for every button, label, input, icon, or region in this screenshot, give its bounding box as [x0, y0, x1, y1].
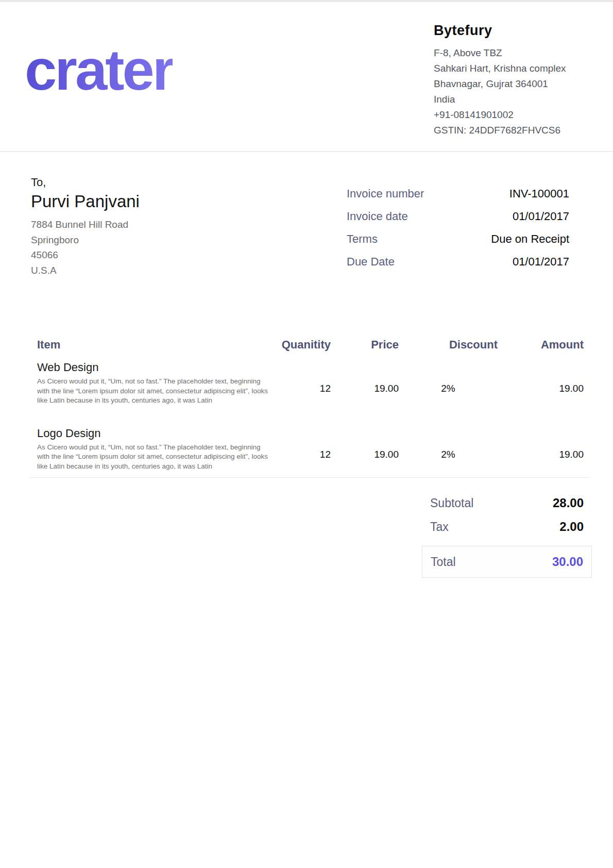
item-amount: 19.00: [498, 427, 584, 472]
tax-label: Tax: [430, 520, 449, 534]
company-address-line: India: [434, 92, 568, 107]
invoice-meta-block: Invoice number INV-100001 Invoice date 0…: [347, 182, 584, 278]
table-row: Web Design As Cicero would put it, “Um, …: [37, 361, 584, 406]
item-name: Web Design: [37, 361, 274, 374]
client-address-line: 7884 Bunnel Hill Road: [31, 217, 140, 232]
item-description: As Cicero would put it, “Um, not so fast…: [37, 377, 269, 406]
total-label: Total: [431, 555, 456, 569]
subtotal-label: Subtotal: [430, 496, 473, 510]
subtotal-value: 28.00: [553, 496, 584, 510]
company-phone: +91-08141901002: [434, 107, 568, 123]
items-table-header: Item Quanitity Price Discount Amount: [37, 337, 584, 353]
item-discount: 2%: [399, 361, 498, 406]
terms-value: Due on Receipt: [491, 232, 584, 246]
invoice-page: crater Bytefury F-8, Above TBZ Sahkari H…: [0, 0, 613, 868]
item-price: 19.00: [331, 361, 399, 406]
invoice-date-label: Invoice date: [347, 210, 408, 223]
total-box: Total 30.00: [422, 546, 592, 578]
item-cell: Logo Design As Cicero would put it, “Um,…: [37, 427, 274, 472]
item-quantity: 12: [274, 361, 331, 406]
company-address-line: Bhavnagar, Gujrat 364001: [434, 76, 568, 92]
due-date-row: Due Date 01/01/2017: [347, 251, 584, 273]
item-amount: 19.00: [498, 361, 584, 406]
column-header-item: Item: [37, 337, 274, 353]
table-row: Logo Design As Cicero would put it, “Um,…: [37, 427, 584, 472]
subtotal-row: Subtotal 28.00: [422, 491, 592, 515]
invoice-date-value: 01/01/2017: [513, 210, 584, 223]
tax-row: Tax 2.00: [422, 515, 592, 539]
tax-value: 2.00: [559, 520, 584, 534]
company-address-line: F-8, Above TBZ: [434, 45, 568, 61]
due-date-label: Due Date: [347, 255, 395, 269]
client-address-line: 45066: [31, 247, 140, 263]
item-price: 19.00: [331, 427, 399, 472]
due-date-value: 01/01/2017: [513, 255, 584, 269]
company-address-line: Sahkari Hart, Krishna complex: [434, 61, 568, 76]
invoice-number-value: INV-100001: [509, 187, 584, 201]
bill-to-label: To,: [31, 176, 140, 189]
total-value: 30.00: [552, 555, 583, 569]
item-quantity: 12: [274, 427, 331, 472]
terms-label: Terms: [347, 232, 378, 246]
invoice-number-row: Invoice number INV-100001: [347, 182, 584, 205]
company-block: Bytefury F-8, Above TBZ Sahkari Hart, Kr…: [434, 16, 568, 138]
column-header-price: Price: [331, 337, 399, 353]
invoice-date-row: Invoice date 01/01/2017: [347, 205, 584, 228]
column-header-quantity: Quanitity: [274, 337, 331, 353]
company-gstin: GSTIN: 24DDF7682FHVCS6: [434, 123, 568, 138]
item-name: Logo Design: [37, 427, 274, 440]
invoice-number-label: Invoice number: [347, 187, 424, 201]
bill-to-block: To, Purvi Panjvani 7884 Bunnel Hill Road…: [31, 176, 140, 278]
items-table: Item Quanitity Price Discount Amount Web…: [0, 337, 613, 471]
invoice-header: crater Bytefury F-8, Above TBZ Sahkari H…: [0, 2, 613, 138]
company-name: Bytefury: [434, 23, 568, 38]
item-cell: Web Design As Cicero would put it, “Um, …: [37, 361, 274, 406]
column-header-discount: Discount: [399, 337, 498, 353]
item-discount: 2%: [399, 427, 498, 472]
totals-divider: [29, 477, 590, 478]
crater-logo: crater: [25, 41, 173, 138]
totals-block: Subtotal 28.00 Tax 2.00 Total 30.00: [422, 491, 592, 578]
item-description: As Cicero would put it, “Um, not so fast…: [37, 443, 269, 472]
client-address-line: Springboro: [31, 232, 140, 248]
client-name: Purvi Panjvani: [31, 191, 140, 212]
client-address: 7884 Bunnel Hill Road Springboro 45066 U…: [31, 217, 140, 278]
client-address-line: U.S.A: [31, 263, 140, 278]
column-header-amount: Amount: [498, 337, 584, 353]
terms-row: Terms Due on Receipt: [347, 228, 584, 251]
invoice-parties: To, Purvi Panjvani 7884 Bunnel Hill Road…: [0, 152, 613, 278]
